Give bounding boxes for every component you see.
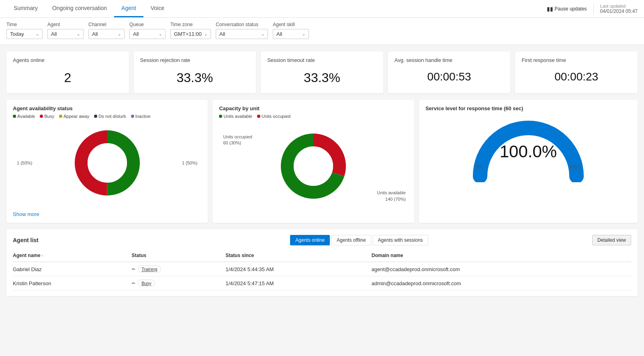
- edit-pencil-icon[interactable]: ✏: [132, 267, 135, 272]
- agent-domain-cell: agent@ccadadeprod.onmicrosoft.com: [372, 262, 631, 276]
- legend-units-occupied: Units occupied: [257, 114, 290, 119]
- chevron-down-icon: ⌄: [261, 32, 264, 36]
- capacity-donut-svg: [277, 130, 350, 202]
- tab-voice[interactable]: Voice: [143, 0, 172, 17]
- chevron-down-icon: ⌄: [118, 32, 121, 36]
- chevron-down-icon: ⌄: [204, 32, 207, 36]
- metric-first-response-title: First response time: [521, 57, 631, 63]
- detailed-view-button[interactable]: Detailed view: [592, 235, 631, 245]
- agent-name-cell: Gabriel Diaz: [13, 262, 132, 276]
- tab-agents-with-sessions[interactable]: Agents with sessions: [373, 235, 428, 245]
- gauge-min-label: 0%: [476, 165, 482, 169]
- gauge-value: 100.0%: [500, 142, 557, 161]
- table-row: Kristin Patterson ✏ Busy 1/4/2024 5:47:1…: [13, 276, 631, 290]
- avail-left-label: 1 (50%): [17, 161, 33, 165]
- legend-inactive: Inactive: [131, 114, 151, 119]
- tab-agents-offline[interactable]: Agents offline: [331, 235, 371, 245]
- pause-updates-button[interactable]: ▮▮ Pause updates: [547, 6, 587, 12]
- svg-point-3: [88, 143, 127, 183]
- table-row: Gabriel Diaz ✏ Training 1/4/2024 5:44:35…: [13, 262, 631, 276]
- filter-conv-status-value: All: [219, 31, 225, 37]
- filter-channel: Channel All ⌄: [88, 22, 125, 39]
- chevron-down-icon: ⌄: [77, 32, 80, 36]
- capacity-donut-container: Units occupied60 (30%) Units available14…: [219, 122, 407, 210]
- filter-queue-label: Queue: [129, 22, 166, 27]
- filter-timezone-label: Time zone: [170, 22, 211, 27]
- filter-channel-value: All: [92, 31, 98, 37]
- filter-time-select[interactable]: Today ⌄: [6, 29, 43, 39]
- col-agent-name[interactable]: Agent name: [13, 249, 132, 262]
- filter-queue-value: All: [133, 31, 139, 37]
- chevron-down-icon: ⌄: [36, 32, 39, 36]
- top-nav: Summary Ongoing conversation Agent Voice…: [0, 0, 644, 18]
- filter-agent-skill-select[interactable]: All ⌄: [273, 29, 309, 39]
- metric-first-response: First response time 00:00:23: [515, 51, 638, 93]
- table-header-row: Agent name Status Status since Domain na…: [13, 249, 631, 262]
- metric-first-response-value: 00:00:23: [521, 70, 631, 83]
- tab-summary[interactable]: Summary: [6, 0, 45, 17]
- filter-agent: Agent All ⌄: [47, 22, 84, 39]
- nav-right: ▮▮ Pause updates Last updated 04/01/2024…: [547, 4, 638, 14]
- metric-avg-handle-time: Avg. session handle time 00:00:53: [388, 51, 511, 93]
- filter-agent-select[interactable]: All ⌄: [47, 29, 84, 39]
- agent-availability-card: Agent availability status Available Busy…: [6, 100, 208, 223]
- metric-agents-online: Agents online 2: [6, 51, 129, 93]
- do-not-disturb-dot: [94, 115, 97, 118]
- metric-session-rejection-value: 33.3%: [140, 70, 250, 85]
- metric-session-timeout: Session timeout rate 33.3%: [261, 51, 383, 93]
- legend-units-available: Units available: [219, 114, 252, 119]
- filter-agent-skill-label: Agent skill: [273, 22, 309, 27]
- avail-right-label: 1 (50%): [182, 161, 198, 165]
- metric-agents-online-value: 2: [13, 70, 123, 85]
- filter-timezone: Time zone GMT+11:00 ⌄: [170, 22, 211, 39]
- filter-time-value: Today: [10, 31, 24, 37]
- busy-dot: [40, 115, 43, 118]
- gauge-max-label: 100%: [569, 165, 581, 169]
- tab-agent[interactable]: Agent: [114, 0, 143, 17]
- show-more-link[interactable]: Show more: [13, 211, 39, 217]
- agent-domain-cell: admin@ccadadeprod.onmicrosoft.com: [372, 276, 631, 290]
- capacity-title: Capacity by unit: [219, 105, 407, 111]
- agent-list-tabs: Agents online Agents offline Agents with…: [290, 235, 631, 245]
- tab-ongoing-conversation[interactable]: Ongoing conversation: [45, 0, 114, 17]
- agent-status-cell: ✏ Training: [132, 262, 226, 276]
- nav-tabs: Summary Ongoing conversation Agent Voice: [6, 0, 172, 17]
- last-updated-value: 04/01/2024 05:47: [600, 8, 638, 14]
- agent-list-section: Agent list Agents online Agents offline …: [6, 229, 638, 296]
- col-status: Status: [132, 249, 226, 262]
- appear-away-dot: [59, 115, 62, 118]
- filter-conv-status-select[interactable]: All ⌄: [216, 29, 268, 39]
- metric-session-timeout-title: Session timeout rate: [267, 57, 377, 63]
- chevron-down-icon: ⌄: [302, 32, 305, 36]
- agent-list-title: Agent list: [13, 237, 39, 243]
- col-domain: Domain name: [372, 249, 631, 262]
- filter-time: Time Today ⌄: [6, 22, 43, 39]
- gauge-container: 100.0% 0% 100%: [425, 114, 631, 169]
- availability-donut-svg: [71, 127, 143, 199]
- agent-status-since-cell: 1/4/2024 5:44:35 AM: [225, 262, 371, 276]
- capacity-occupied-label: Units occupied60 (30%): [223, 134, 252, 146]
- capacity-legend: Units available Units occupied: [219, 114, 407, 119]
- filter-agent-skill-value: All: [276, 31, 282, 37]
- agent-status-since-cell: 1/4/2024 5:47:15 AM: [225, 276, 371, 290]
- last-updated-label: Last updated: [600, 4, 638, 8]
- filter-queue: Queue All ⌄: [129, 22, 166, 39]
- filter-channel-label: Channel: [88, 22, 125, 27]
- inactive-dot: [131, 115, 134, 118]
- agent-name-cell: Kristin Patterson: [13, 276, 132, 290]
- filter-channel-select[interactable]: All ⌄: [88, 29, 125, 39]
- pause-icon: ▮▮: [547, 6, 553, 12]
- filter-timezone-select[interactable]: GMT+11:00 ⌄: [170, 29, 211, 39]
- filters-row: Time Today ⌄ Agent All ⌄ Channel All ⌄ Q…: [6, 22, 638, 39]
- filter-queue-select[interactable]: All ⌄: [129, 29, 166, 39]
- gauge-labels: 0% 100%: [476, 165, 581, 169]
- agent-table-head: Agent name Status Status since Domain na…: [13, 249, 631, 262]
- last-updated: Last updated 04/01/2024 05:47: [593, 4, 638, 14]
- filter-conv-status-label: Conversation status: [216, 22, 268, 27]
- tab-agents-online[interactable]: Agents online: [290, 235, 330, 245]
- metric-session-rejection-title: Session rejection rate: [140, 57, 250, 63]
- metric-agents-online-title: Agents online: [13, 57, 123, 63]
- edit-pencil-icon[interactable]: ✏: [132, 281, 135, 286]
- agent-availability-title: Agent availability status: [13, 105, 201, 111]
- legend-appear-away: Appear away: [59, 114, 89, 119]
